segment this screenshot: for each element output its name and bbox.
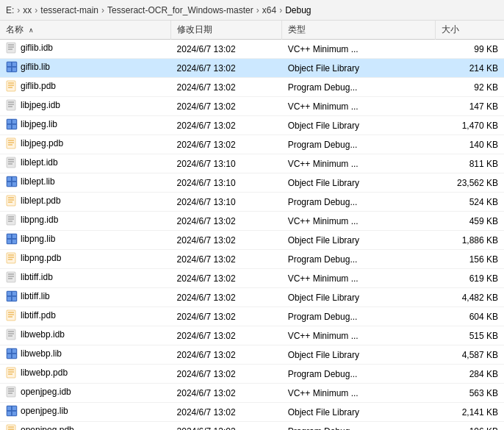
file-name-cell: openjpeg.idb: [0, 384, 171, 403]
table-row[interactable]: libwebp.lib2024/6/7 13:02Object File Lib…: [0, 345, 504, 365]
file-type-cell: Object File Library: [282, 345, 436, 365]
file-name-cell: libpng.idb: [0, 212, 171, 231]
file-size-cell: 92 KB: [436, 78, 504, 97]
file-name: giflib.idb: [21, 43, 53, 53]
file-type-cell: Program Debug...: [282, 193, 436, 212]
table-row[interactable]: libtiff.pdb2024/6/7 13:02Program Debug..…: [0, 307, 504, 326]
svg-rect-20: [7, 120, 11, 123]
col-header-type[interactable]: 类型: [282, 21, 436, 40]
file-date-cell: 2024/6/7 13:02: [171, 78, 282, 97]
file-type-cell: Object File Library: [282, 59, 436, 78]
file-date-cell: 2024/6/7 13:02: [171, 269, 282, 288]
svg-rect-26: [7, 138, 15, 148]
file-name-cell: giflib.lib: [0, 59, 171, 78]
table-row[interactable]: giflib.idb2024/6/7 13:02VC++ Minimum ...…: [0, 40, 504, 59]
col-header-date[interactable]: 修改日期: [171, 21, 282, 40]
file-date-cell: 2024/6/7 13:02: [171, 97, 282, 116]
table-row[interactable]: giflib.pdb2024/6/7 13:02Program Debug...…: [0, 78, 504, 97]
table-row[interactable]: libjpeg.idb2024/6/7 13:02VC++ Minimum ..…: [0, 97, 504, 116]
file-type-cell: Program Debug...: [282, 135, 436, 154]
file-type-cell: Object File Library: [282, 288, 436, 307]
file-type-cell: Object File Library: [282, 116, 436, 135]
svg-rect-36: [12, 177, 16, 181]
table-row[interactable]: openjpeg.lib2024/6/7 13:02Object File Li…: [0, 403, 504, 422]
table-row[interactable]: libpng.lib2024/6/7 13:02Object File Libr…: [0, 231, 504, 250]
svg-rect-7: [7, 68, 11, 71]
table-row[interactable]: liblept.idb2024/6/7 13:10VC++ Minimum ..…: [0, 154, 504, 173]
svg-rect-90: [7, 387, 15, 397]
table-row[interactable]: libjpeg.lib2024/6/7 13:02Object File Lib…: [0, 116, 504, 135]
file-date-cell: 2024/6/7 13:02: [171, 250, 282, 269]
svg-rect-50: [7, 234, 11, 238]
breadcrumb-x64[interactable]: x64: [262, 5, 276, 15]
svg-rect-98: [12, 412, 16, 415]
breadcrumb-ocr[interactable]: Tesseract-OCR_for_Windows-master: [107, 5, 253, 15]
file-type-cell: VC++ Minimum ...: [282, 97, 436, 116]
table-row[interactable]: libtiff.idb2024/6/7 13:02VC++ Minimum ..…: [0, 269, 504, 288]
col-header-name[interactable]: 名称 ∧: [0, 21, 171, 40]
col-header-size[interactable]: 大小: [436, 21, 504, 40]
table-row[interactable]: libtiff.lib2024/6/7 13:02Object File Lib…: [0, 288, 504, 307]
file-type-cell: Object File Library: [282, 173, 436, 193]
file-name-cell: giflib.idb: [0, 40, 171, 59]
breadcrumb-sep-4: ›: [279, 5, 282, 15]
file-name: giflib.lib: [21, 62, 50, 72]
svg-rect-75: [7, 329, 15, 340]
file-type-cell: VC++ Minimum ...: [282, 40, 436, 59]
file-size-cell: 563 KB: [436, 384, 504, 403]
file-name: giflib.pdb: [21, 81, 56, 91]
breadcrumb-bar: E: › xx › tesseract-main › Tesseract-OCR…: [0, 0, 504, 21]
file-table: 名称 ∧ 修改日期 类型 大小 giflib.idb2024/6/7 13:02…: [0, 21, 504, 430]
file-date-cell: 2024/6/7 13:02: [171, 288, 282, 307]
file-size-cell: 284 KB: [436, 365, 504, 384]
breadcrumb-drive[interactable]: E:: [6, 5, 14, 15]
table-row[interactable]: liblept.pdb2024/6/7 13:10Program Debug..…: [0, 193, 504, 212]
file-name: openjpeg.idb: [21, 387, 71, 397]
file-size-cell: 214 KB: [436, 59, 504, 78]
svg-rect-11: [7, 81, 15, 91]
file-date-cell: 2024/6/7 13:02: [171, 384, 282, 403]
table-row[interactable]: libpng.pdb2024/6/7 13:02Program Debug...…: [0, 250, 504, 269]
breadcrumb-tesseract-main[interactable]: tesseract-main: [40, 5, 98, 15]
file-name: openjpeg.lib: [21, 406, 68, 416]
file-type-cell: Program Debug...: [282, 307, 436, 326]
svg-rect-60: [7, 272, 15, 282]
table-row[interactable]: libpng.idb2024/6/7 13:02VC++ Minimum ...…: [0, 212, 504, 231]
file-name-cell: libpng.pdb: [0, 250, 171, 269]
svg-rect-97: [7, 412, 11, 415]
file-name-cell: liblept.idb: [0, 154, 171, 173]
breadcrumb-debug[interactable]: Debug: [285, 5, 311, 15]
table-row[interactable]: libjpeg.pdb2024/6/7 13:02Program Debug..…: [0, 135, 504, 154]
file-date-cell: 2024/6/7 13:10: [171, 193, 282, 212]
table-row[interactable]: libwebp.idb2024/6/7 13:02VC++ Minimum ..…: [0, 326, 504, 345]
file-size-cell: 4,587 KB: [436, 345, 504, 365]
file-name-cell: libtiff.idb: [0, 269, 171, 288]
file-size-cell: 619 KB: [436, 269, 504, 288]
file-date-cell: 2024/6/7 13:02: [171, 40, 282, 59]
table-row[interactable]: giflib.lib2024/6/7 13:02Object File Libr…: [0, 59, 504, 78]
file-name-cell: libjpeg.idb: [0, 97, 171, 116]
file-type-cell: Object File Library: [282, 231, 436, 250]
table-row[interactable]: libwebp.pdb2024/6/7 13:02Program Debug..…: [0, 365, 504, 384]
file-name: libjpeg.idb: [21, 100, 60, 110]
file-date-cell: 2024/6/7 13:02: [171, 307, 282, 326]
breadcrumb-xx[interactable]: xx: [23, 5, 32, 15]
breadcrumb-sep-0: ›: [17, 5, 20, 15]
file-type-cell: Program Debug...: [282, 78, 436, 97]
file-name-cell: libwebp.idb: [0, 326, 171, 345]
svg-rect-65: [7, 292, 11, 295]
svg-rect-5: [7, 62, 11, 66]
table-row[interactable]: openjpeg.pdb2024/6/7 13:02Program Debug.…: [0, 422, 504, 431]
file-name-cell: libwebp.pdb: [0, 365, 171, 384]
svg-rect-51: [12, 234, 16, 238]
file-name-cell: libtiff.lib: [0, 288, 171, 307]
svg-rect-37: [7, 182, 11, 186]
table-row[interactable]: openjpeg.idb2024/6/7 13:02VC++ Minimum .…: [0, 384, 504, 403]
file-size-cell: 147 KB: [436, 97, 504, 116]
file-name: libtiff.lib: [21, 291, 50, 301]
file-name-cell: libtiff.pdb: [0, 307, 171, 326]
table-row[interactable]: liblept.lib2024/6/7 13:10Object File Lib…: [0, 173, 504, 193]
file-name-cell: liblept.pdb: [0, 193, 171, 212]
breadcrumb-sep-3: ›: [256, 5, 259, 15]
file-name: openjpeg.pdb: [21, 425, 74, 430]
